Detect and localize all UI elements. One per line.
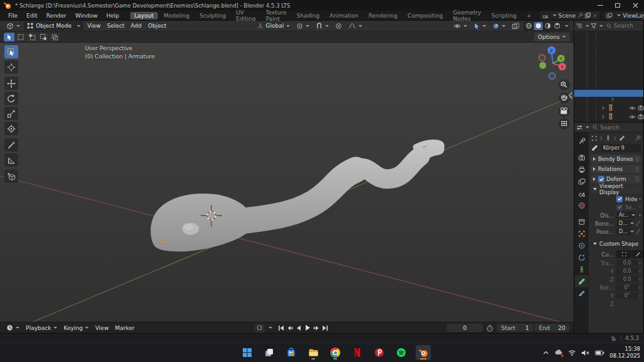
maximize-button[interactable] <box>609 0 626 11</box>
gizmo-neg-y[interactable] <box>540 62 547 69</box>
frame-end-field[interactable]: End20 <box>535 324 570 332</box>
falloff-selector[interactable] <box>346 21 365 31</box>
tool-add-cube[interactable] <box>4 170 18 183</box>
tool-transform[interactable] <box>4 122 18 135</box>
tab-view-layer[interactable] <box>575 175 588 187</box>
tool-rotate[interactable] <box>4 92 18 105</box>
menu-help[interactable]: Help <box>102 13 124 19</box>
tab-compositing[interactable]: Compositing <box>403 12 447 19</box>
spotify-button[interactable] <box>394 345 409 360</box>
task-view-button[interactable] <box>262 345 277 360</box>
tool-measure[interactable] <box>4 153 18 167</box>
shading-material-button[interactable] <box>543 22 552 30</box>
menu-marker[interactable]: Marker <box>113 323 137 332</box>
pose-color-dropdown[interactable]: D... <box>616 228 633 235</box>
menu-file[interactable]: File <box>4 13 22 19</box>
options-dropdown[interactable]: Options <box>534 33 570 41</box>
gizmo-neg-x[interactable] <box>539 55 545 61</box>
battery-icon[interactable] <box>595 350 604 356</box>
tray-expand-icon[interactable] <box>543 350 549 355</box>
animate-dot[interactable] <box>639 262 641 264</box>
sync-icon[interactable] <box>635 221 641 226</box>
current-frame-field[interactable]: 0 <box>447 324 483 332</box>
tab-bone[interactable] <box>575 275 588 287</box>
select-mode-subtract[interactable] <box>38 33 48 41</box>
outliner-expand-row[interactable] <box>610 97 615 102</box>
tool-annotate[interactable] <box>4 138 18 151</box>
bone-color-dropdown[interactable]: D... <box>616 220 633 227</box>
tab-sculpting[interactable]: Sculpting <box>195 12 230 19</box>
tab-tool[interactable] <box>575 135 588 147</box>
menu-keying[interactable]: Keying <box>61 323 91 332</box>
select-mode-extend[interactable] <box>26 33 37 41</box>
tab-output[interactable] <box>575 163 588 175</box>
menu-window[interactable]: Window <box>71 13 103 19</box>
tab-scripting[interactable]: Scripting <box>487 12 521 19</box>
chrome-button[interactable] <box>328 345 343 360</box>
editor-type-selector[interactable] <box>4 21 23 31</box>
snap-toggle[interactable] <box>313 21 331 31</box>
stopwatch-icon[interactable] <box>486 324 494 332</box>
animate-dot[interactable] <box>639 270 641 272</box>
tab-modeling[interactable]: Modeling <box>159 12 194 19</box>
tool-cursor[interactable] <box>4 60 18 74</box>
menu-edit[interactable]: Edit <box>22 13 42 19</box>
volume-muted-icon[interactable] <box>581 349 590 356</box>
shading-solid-button[interactable] <box>534 22 543 30</box>
transform-orientation-selector[interactable]: Global <box>255 21 292 31</box>
selectable-checkbox[interactable] <box>616 204 623 211</box>
custom-object-field[interactable] <box>616 250 631 258</box>
menu-view[interactable]: View <box>85 21 103 31</box>
pinterest-button[interactable] <box>372 345 387 360</box>
bone-breadcrumb-icon[interactable] <box>619 135 625 141</box>
jump-to-end-button[interactable] <box>321 324 330 332</box>
outliner-selected-row[interactable] <box>574 90 643 97</box>
start-button[interactable] <box>240 345 255 360</box>
overlays-toggle[interactable] <box>509 21 522 31</box>
render-camera-icon[interactable] <box>638 105 644 111</box>
armature-breadcrumb-icon[interactable] <box>605 135 611 141</box>
shading-rendered-button[interactable] <box>553 22 562 30</box>
outliner-bone-row[interactable] <box>601 104 644 111</box>
shading-wireframe-button[interactable] <box>525 22 533 30</box>
panel-viewport-display[interactable]: Viewport Display <box>591 185 641 194</box>
tool-move[interactable] <box>4 77 18 90</box>
prev-keyframe-button[interactable] <box>286 324 294 332</box>
eyedropper-button[interactable] <box>632 250 643 258</box>
tab-rendering[interactable]: Rendering <box>364 12 402 19</box>
translation-x-field[interactable]: 0.0 <box>616 260 638 266</box>
blender-taskbar-button[interactable] <box>416 345 431 360</box>
play-button[interactable] <box>304 324 312 332</box>
tab-scene[interactable] <box>575 187 588 199</box>
translation-z-field[interactable]: 0.0 <box>616 276 638 283</box>
selectability-toggle[interactable] <box>471 21 489 31</box>
viewport-canvas[interactable]: Z Y X User <box>0 43 574 322</box>
minimize-button[interactable] <box>591 0 609 11</box>
pin-icon[interactable] <box>635 135 641 141</box>
file-explorer-button[interactable] <box>306 345 321 360</box>
tab-bone-constraints[interactable] <box>575 287 588 299</box>
tool-scale[interactable] <box>4 107 18 120</box>
menu-render[interactable]: Render <box>42 13 71 19</box>
tab-animation[interactable]: Animation <box>325 12 363 19</box>
auto-key-button[interactable] <box>254 324 265 332</box>
panel-custom-shape[interactable]: Custom Shape <box>591 239 641 248</box>
menu-timeline-view[interactable]: View <box>92 323 111 332</box>
tab-world[interactable] <box>575 199 588 211</box>
mode-selector[interactable]: Object Mode <box>24 21 84 30</box>
tab-shading[interactable]: Shading <box>292 12 324 19</box>
scene-selector[interactable]: Scene <box>540 11 600 19</box>
tab-object[interactable] <box>575 228 588 239</box>
outliner-display-mode[interactable] <box>576 23 589 29</box>
netflix-button[interactable] <box>350 345 365 360</box>
panel-relations[interactable]: Relations <box>591 165 641 173</box>
delete-scene-icon[interactable] <box>592 13 597 18</box>
select-mode-intersect[interactable] <box>49 33 60 41</box>
navigation-gizmo[interactable]: Z Y X <box>539 47 566 80</box>
close-button[interactable] <box>626 0 644 11</box>
outliner-filter[interactable] <box>591 23 603 29</box>
taskbar-clock[interactable]: 15:38 08.12.2025 <box>609 346 640 359</box>
tray-app-button[interactable] <box>554 349 563 357</box>
wifi-icon[interactable] <box>568 349 576 356</box>
pan-button[interactable] <box>558 92 570 104</box>
